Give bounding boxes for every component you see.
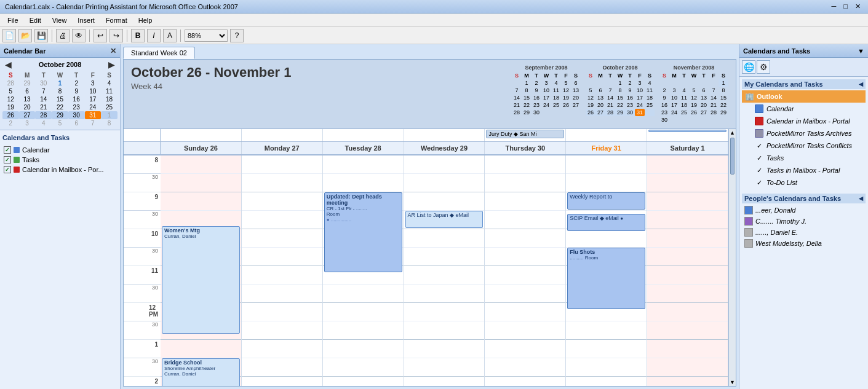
cal-day[interactable]: 21 <box>35 103 52 111</box>
rs-outlook-item[interactable]: 🏢 Outlook <box>742 90 866 103</box>
menu-view[interactable]: View <box>47 15 72 25</box>
prev-month-btn[interactable]: ◀ <box>2 60 14 69</box>
cal-day[interactable]: 17 <box>85 95 102 103</box>
cal-day[interactable]: 3 <box>85 79 102 87</box>
cal-day[interactable]: 10 <box>85 87 102 95</box>
day-header-sun[interactable]: Sunday 26 <box>161 142 242 154</box>
cal-day[interactable]: 4 <box>35 119 52 127</box>
day-header-mon[interactable]: Monday 27 <box>242 142 323 154</box>
cal-day[interactable]: 30 <box>35 79 52 87</box>
cal-day[interactable]: 2 <box>2 119 19 127</box>
menu-format[interactable]: Format <box>101 15 132 25</box>
open-btn[interactable]: 📂 <box>18 29 32 42</box>
bold-btn[interactable]: B <box>131 29 145 42</box>
minimize-btn[interactable]: ─ <box>829 2 839 10</box>
menu-file[interactable]: File <box>2 15 23 25</box>
redo-btn[interactable]: ↪ <box>109 29 123 42</box>
day-col-tue[interactable]: Updated: Dept heads meeting CR - 1st Flr… <box>323 155 404 386</box>
cal-day[interactable]: 3 <box>19 119 36 127</box>
cal-day[interactable]: 26 <box>2 111 19 119</box>
italic-btn[interactable]: I <box>147 29 161 42</box>
right-sidebar-expand[interactable]: ▼ <box>858 47 864 55</box>
cal-day[interactable]: 29 <box>52 111 68 119</box>
sidebar-item-cal-mailbox[interactable]: ✓ Calendar in Mailbox - Por... <box>2 165 117 175</box>
day-header-wed[interactable]: Wednesday 29 <box>404 142 485 154</box>
rs-todo-item[interactable]: ✓ To-Do List <box>742 176 866 189</box>
cal-day[interactable]: 25 <box>101 103 117 111</box>
person-timothy[interactable]: C....... Timothy J. <box>742 216 866 227</box>
help-btn[interactable]: ? <box>230 29 244 42</box>
rs-pocketmirror-archives-item[interactable]: PocketMirror Tasks Archives <box>742 127 866 139</box>
cal-day[interactable]: 30 <box>68 111 85 119</box>
cal-checkbox-tasks[interactable]: ✓ <box>4 156 11 163</box>
preview-btn[interactable]: 👁 <box>72 29 86 42</box>
cal-day[interactable]: 6 <box>68 119 85 127</box>
rs-calendar-item[interactable]: Calendar <box>742 103 866 115</box>
close-btn[interactable]: ✕ <box>853 2 863 10</box>
person-della[interactable]: West Mudelssty, Della <box>742 238 866 249</box>
rs-gear-btn[interactable]: ⚙ <box>757 60 770 74</box>
day-col-sat[interactable] <box>647 155 728 386</box>
undo-btn[interactable]: ↩ <box>94 29 107 42</box>
jury-duty-event[interactable]: Jury Duty ◆ San Mi <box>486 130 564 138</box>
day-header-tue[interactable]: Tuesday 28 <box>323 142 404 154</box>
cal-day[interactable]: 5 <box>52 119 68 127</box>
cal-day[interactable]: 9 <box>68 87 85 95</box>
people-toggle[interactable]: ◀ <box>859 195 863 202</box>
cal-day[interactable]: 7 <box>35 87 52 95</box>
font-btn[interactable]: A <box>163 29 177 42</box>
cal-checkbox-calendar[interactable]: ✓ <box>4 146 11 154</box>
cal-day[interactable]: 8 <box>101 119 117 127</box>
rs-tasks-item[interactable]: ✓ Tasks <box>742 152 866 164</box>
cal-day[interactable]: 1 <box>101 111 117 119</box>
cal-day[interactable]: 6 <box>19 87 36 95</box>
day-header-thu[interactable]: Thursday 30 <box>485 142 566 154</box>
rs-pocketmirror-conflicts-item[interactable]: ✓ PocketMirror Tasks Conflicts <box>742 139 866 152</box>
day-col-wed[interactable]: AR List to Japan ◆ eMail <box>404 155 485 386</box>
my-cals-toggle[interactable]: ◀ <box>859 81 863 87</box>
cal-day[interactable]: 8 <box>52 87 68 95</box>
day-col-mon[interactable] <box>242 155 323 386</box>
scroll-thumb[interactable] <box>730 138 735 175</box>
cal-day[interactable]: 18 <box>101 95 117 103</box>
zoom-select[interactable]: 88% 100% 75% <box>185 29 228 42</box>
cal-day[interactable]: 1 <box>52 79 68 87</box>
day-col-fri[interactable]: Weekly Report to SCIP Email ◆ eMail ● Fl… <box>566 155 647 386</box>
next-month-btn[interactable]: ▶ <box>106 60 117 69</box>
print-btn[interactable]: 🖨 <box>56 29 70 42</box>
day-col-sun[interactable]: Women's Mtg Curran, Daniel Bridge School… <box>161 155 242 386</box>
menu-edit[interactable]: Edit <box>25 15 46 25</box>
cal-day[interactable]: 28 <box>35 111 52 119</box>
scroll-up-btn[interactable]: ▲ <box>729 129 736 136</box>
dept-heads-event[interactable]: Updated: Dept heads meeting CR - 1st Flr… <box>324 192 402 272</box>
cal-day[interactable]: 29 <box>19 79 36 87</box>
cal-day[interactable]: 27 <box>19 111 36 119</box>
day-header-sat[interactable]: Saturday 1 <box>647 142 728 154</box>
cal-day[interactable]: 4 <box>101 79 117 87</box>
menu-insert[interactable]: Insert <box>73 15 100 25</box>
day-col-thu[interactable] <box>485 155 566 386</box>
day-header-fri[interactable]: Friday 31 <box>566 142 647 154</box>
person-daniel[interactable]: ......, Daniel E. <box>742 227 866 238</box>
cal-day[interactable]: 31 <box>85 111 102 119</box>
ar-list-event[interactable]: AR List to Japan ◆ eMail <box>405 211 484 228</box>
rs-cal-mailbox-item[interactable]: Calendar in Mailbox - Portal <box>742 115 866 127</box>
cal-day[interactable]: 14 <box>35 95 52 103</box>
cal-day[interactable]: 28 <box>2 79 19 87</box>
flu-shots-event[interactable]: Flu Shots .......... Room <box>567 248 645 309</box>
cal-day[interactable]: 5 <box>2 87 19 95</box>
weekly-report-event[interactable]: Weekly Report to <box>567 192 645 210</box>
bridge-school-event[interactable]: Bridge School Shoreline Amphitheater Cur… <box>162 358 240 386</box>
maximize-btn[interactable]: □ <box>841 2 850 10</box>
cal-day[interactable]: 20 <box>19 103 36 111</box>
person-donald[interactable]: ...eer, Donald <box>742 205 866 216</box>
sat-allday-event[interactable] <box>648 130 727 132</box>
scip-email-event[interactable]: SCIP Email ◆ eMail ● <box>567 214 645 231</box>
rs-globe-btn[interactable]: 🌐 <box>742 60 755 74</box>
cal-day[interactable]: 24 <box>85 103 102 111</box>
save-btn[interactable]: 💾 <box>34 29 48 42</box>
sidebar-item-calendar[interactable]: ✓ Calendar <box>2 145 117 155</box>
cal-day[interactable]: 15 <box>52 95 68 103</box>
cal-day[interactable]: 7 <box>85 119 102 127</box>
sidebar-item-tasks[interactable]: ✓ Tasks <box>2 155 117 165</box>
